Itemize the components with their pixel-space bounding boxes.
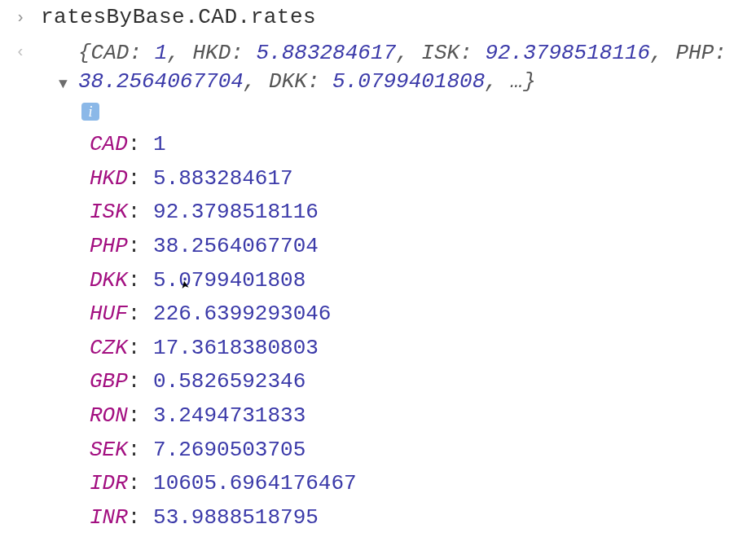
entry-key: SEK [90, 438, 128, 462]
entry-key: PHP [90, 234, 128, 258]
object-entry[interactable]: SEK: 7.2690503705 [90, 434, 756, 468]
entry-key: CAD [90, 132, 128, 156]
object-entry[interactable]: GBP: 0.5826592346 [90, 365, 756, 399]
object-entry[interactable]: DKK: 5.0799401808 [90, 264, 756, 298]
entry-colon: : [128, 438, 153, 462]
console-output-row: ‹ ▼ {CAD: 1, HKD: 5.883284617, ISK: 92.3… [0, 34, 756, 539]
entry-key: DKK [90, 268, 128, 293]
object-entry[interactable]: CAD: 1 [90, 128, 756, 162]
entry-key: CZK [90, 336, 128, 360]
entry-colon: : [128, 369, 153, 394]
entry-colon: : [128, 302, 153, 326]
entry-colon: : [128, 505, 153, 530]
entry-colon: : [128, 268, 153, 293]
disclosure-column[interactable]: ▼ [59, 39, 78, 95]
object-summary-text[interactable]: {CAD: 1, HKD: 5.883284617, ISK: 92.37985… [78, 39, 756, 96]
entry-key: HUF [90, 302, 128, 326]
entry-value: 92.3798518116 [153, 200, 319, 224]
object-entry[interactable]: CZK: 17.3618380803 [90, 332, 756, 366]
entry-key: IDR [90, 471, 128, 495]
input-gutter: › [0, 5, 41, 29]
entry-colon: : [128, 336, 153, 360]
entry-key: ISK [90, 200, 128, 224]
input-chevron-icon: › [15, 7, 25, 29]
object-entry[interactable]: RON: 3.2494731833 [90, 399, 756, 434]
object-summary-row[interactable]: ▼ {CAD: 1, HKD: 5.883284617, ISK: 92.379… [59, 39, 756, 96]
object-entry[interactable]: PHP: 38.2564067704 [90, 230, 756, 264]
entry-value: 10605.6964176467 [153, 471, 357, 495]
console-input-row: › ratesByBase.CAD.rates [0, 0, 756, 34]
object-entry[interactable]: INR: 53.9888518795 [90, 501, 756, 535]
entry-value: 38.2564067704 [153, 234, 319, 258]
entry-colon: : [128, 200, 153, 224]
entry-value: 1 [153, 132, 166, 156]
console-input-expression[interactable]: ratesByBase.CAD.rates [41, 5, 316, 29]
entry-value: 53.9888518795 [153, 505, 319, 530]
entry-value: 7.2690503705 [153, 438, 305, 462]
entry-colon: : [128, 234, 153, 258]
entry-colon: : [128, 166, 153, 191]
entry-colon: : [128, 132, 153, 156]
entry-value: 5.0799401808 [153, 268, 305, 293]
info-badge-row: i [59, 96, 756, 123]
entry-colon: : [128, 471, 153, 495]
entry-key: GBP [90, 369, 128, 394]
entry-key: RON [90, 403, 128, 428]
console-output-block: ▼ {CAD: 1, HKD: 5.883284617, ISK: 92.379… [41, 39, 756, 535]
entry-value: 17.3618380803 [153, 336, 319, 360]
entry-value: 0.5826592346 [153, 369, 305, 394]
object-entry[interactable]: HKD: 5.883284617 [90, 162, 756, 196]
object-entry[interactable]: ISK: 92.3798518116 [90, 196, 756, 230]
entry-value: 226.6399293046 [153, 302, 331, 326]
output-gutter: ‹ [0, 39, 41, 64]
entry-value: 3.2494731833 [153, 403, 305, 428]
object-entries-list: CAD: 1HKD: 5.883284617ISK: 92.3798518116… [59, 128, 756, 535]
disclosure-triangle-icon[interactable]: ▼ [59, 76, 68, 92]
object-entry[interactable]: IDR: 10605.6964176467 [90, 467, 756, 501]
info-icon[interactable]: i [81, 103, 99, 121]
entry-colon: : [128, 403, 153, 428]
object-entry[interactable]: HUF: 226.6399293046 [90, 297, 756, 332]
entry-key: INR [90, 505, 128, 530]
output-chevron-icon: ‹ [15, 41, 25, 64]
entry-value: 5.883284617 [153, 166, 293, 191]
entry-key: HKD [90, 166, 128, 191]
